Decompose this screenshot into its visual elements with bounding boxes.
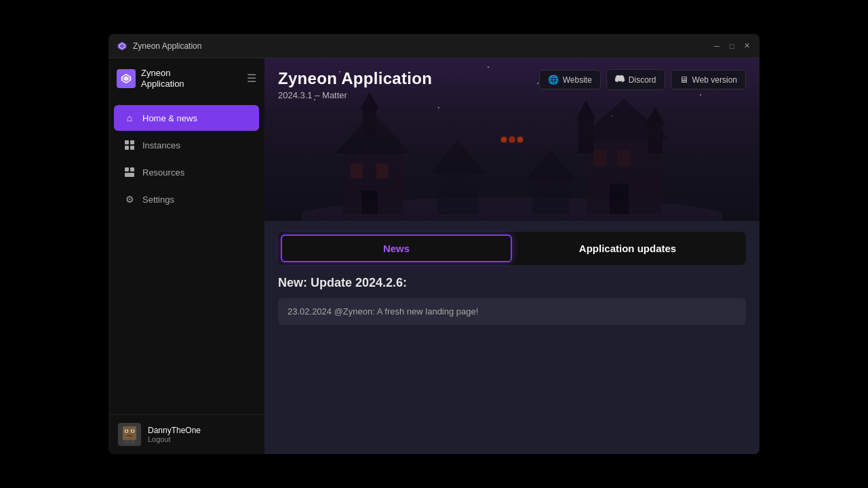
titlebar-logo-icon <box>117 41 127 52</box>
sidebar-item-instances[interactable]: Instances <box>114 132 259 158</box>
sidebar-item-resources[interactable]: Resources <box>114 159 259 185</box>
svg-rect-31 <box>648 123 663 153</box>
svg-rect-8 <box>125 167 129 171</box>
svg-rect-9 <box>130 167 134 171</box>
main-content: Zyneon Application 2024.3.1 – Matter 🌐 W… <box>264 58 760 454</box>
hero-version: 2024.3.1 – Matter <box>278 90 432 100</box>
svg-marker-42 <box>526 150 576 180</box>
user-info: DannyTheOne Logout <box>148 426 201 443</box>
sidebar-item-instances-label: Instances <box>142 140 180 150</box>
hero-title-block: Zyneon Application 2024.3.1 – Matter <box>278 69 432 100</box>
settings-icon: ⚙ <box>123 193 136 205</box>
svg-rect-15 <box>132 430 134 432</box>
svg-marker-40 <box>431 140 485 174</box>
houses-svg <box>302 85 722 221</box>
tab-updates[interactable]: Application updates <box>512 235 743 262</box>
content-body: New: Update 2024.2.6: 23.02.2024 @Zyneon… <box>264 265 760 454</box>
svg-rect-26 <box>361 190 378 214</box>
svg-rect-4 <box>125 140 129 144</box>
svg-rect-24 <box>351 163 363 178</box>
tabs-row: News Application updates <box>278 232 746 265</box>
svg-rect-10 <box>125 173 134 177</box>
resources-icon <box>123 166 136 178</box>
svg-rect-34 <box>617 150 631 167</box>
monitor-icon: 🖥 <box>679 75 688 85</box>
svg-point-36 <box>509 136 515 143</box>
hero-section: Zyneon Application 2024.3.1 – Matter 🌐 W… <box>264 58 760 221</box>
svg-rect-25 <box>376 163 389 178</box>
titlebar: Zyneon Application ─ □ ✕ <box>108 34 760 58</box>
webversion-label: Web version <box>692 75 737 85</box>
website-button[interactable]: 🌐 Website <box>539 70 601 89</box>
svg-rect-6 <box>125 146 129 150</box>
website-label: Website <box>563 75 592 85</box>
sidebar-item-resources-label: Resources <box>142 167 184 178</box>
news-title: New: Update 2024.2.6: <box>278 276 746 290</box>
svg-marker-0 <box>118 41 127 50</box>
tabs-section: News Application updates <box>264 221 760 265</box>
titlebar-title: Zyneon Application <box>133 41 712 51</box>
sidebar-item-settings[interactable]: ⚙ Settings <box>114 186 259 212</box>
sidebar-item-settings-label: Settings <box>142 195 174 205</box>
svg-rect-35 <box>610 184 629 214</box>
sidebar: Zyneon Application ☰ ⌂ Home & news Insta… <box>108 58 264 454</box>
maximize-button[interactable]: □ <box>727 41 736 51</box>
home-icon: ⌂ <box>123 112 136 124</box>
globe-icon: 🌐 <box>548 75 559 85</box>
discord-button[interactable]: Discord <box>606 69 665 90</box>
svg-rect-22 <box>363 106 376 136</box>
svg-rect-39 <box>437 174 478 214</box>
svg-rect-16 <box>127 435 132 436</box>
username: DannyTheOne <box>148 426 201 435</box>
hero-content: Zyneon Application 2024.3.1 – Matter 🌐 W… <box>278 69 746 100</box>
svg-rect-41 <box>532 180 570 214</box>
sidebar-nav: ⌂ Home & news Instances Resources ⚙ <box>108 98 264 414</box>
sidebar-item-home[interactable]: ⌂ Home & news <box>114 105 259 131</box>
svg-rect-18 <box>130 440 135 443</box>
svg-rect-14 <box>125 430 127 432</box>
logo-icon <box>120 73 132 85</box>
discord-label: Discord <box>629 75 656 85</box>
sidebar-user: DannyTheOne Logout <box>108 414 264 454</box>
sidebar-logo <box>117 69 136 88</box>
svg-rect-11 <box>123 426 136 440</box>
svg-rect-33 <box>593 150 607 167</box>
window-controls: ─ □ ✕ <box>712 41 751 51</box>
sidebar-item-home-label: Home & news <box>142 113 197 123</box>
svg-rect-17 <box>124 440 129 443</box>
svg-rect-29 <box>578 116 593 153</box>
app-window: Zyneon Application ─ □ ✕ Zyneon Applicat… <box>108 34 760 454</box>
svg-marker-30 <box>576 100 596 119</box>
webversion-button[interactable]: 🖥 Web version <box>671 70 746 89</box>
hamburger-icon[interactable]: ☰ <box>247 72 256 85</box>
user-avatar <box>118 423 141 446</box>
svg-point-37 <box>501 137 507 142</box>
news-item-text: 23.02.2024 @Zyneon: A fresh new landing … <box>288 306 478 317</box>
discord-icon <box>615 74 625 85</box>
logout-link[interactable]: Logout <box>148 435 201 443</box>
svg-rect-5 <box>130 140 134 144</box>
instances-icon <box>123 139 136 151</box>
svg-rect-7 <box>130 146 134 150</box>
tab-news[interactable]: News <box>281 235 512 262</box>
sidebar-app-name: Zyneon Application <box>141 68 184 89</box>
minimize-button[interactable]: ─ <box>712 41 722 51</box>
close-button[interactable]: ✕ <box>742 41 751 51</box>
news-item: 23.02.2024 @Zyneon: A fresh new landing … <box>278 298 746 325</box>
hero-app-title: Zyneon Application <box>278 69 432 88</box>
sidebar-header: Zyneon Application ☰ <box>108 58 264 98</box>
svg-marker-32 <box>645 107 665 125</box>
svg-point-38 <box>517 137 523 142</box>
hero-buttons: 🌐 Website Discord 🖥 Web version <box>539 69 746 90</box>
main-layout: Zyneon Application ☰ ⌂ Home & news Insta… <box>108 58 760 454</box>
